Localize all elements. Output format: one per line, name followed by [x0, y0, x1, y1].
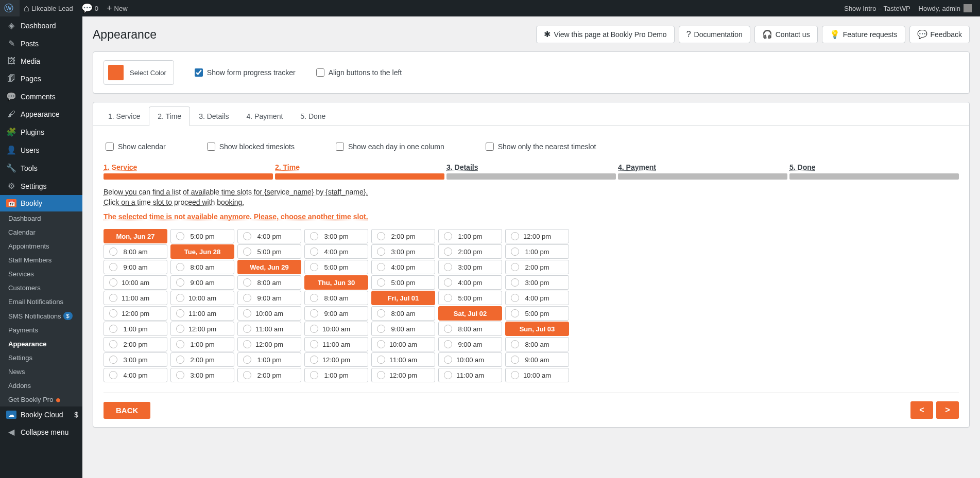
time-slot[interactable]: 2:00 pm [438, 244, 502, 259]
time-slot[interactable]: 10:00 am [505, 368, 569, 382]
time-slot[interactable]: 2:00 pm [104, 337, 167, 351]
tab--service[interactable]: 1. Service [99, 107, 149, 126]
time-slot[interactable]: 11:00 am [438, 368, 502, 382]
submenu-sms-notifications[interactable]: SMS Notifications$ [0, 309, 82, 323]
menu-item-tools[interactable]: 🔧Tools [0, 159, 82, 177]
time-slot[interactable]: 5:00 pm [505, 306, 569, 321]
site-name-link[interactable]: ⌂Likeable Lead [20, 0, 77, 16]
time-slot[interactable]: 8:00 am [505, 337, 569, 351]
time-slot[interactable]: 11:00 am [371, 352, 435, 367]
time-slot[interactable]: 11:00 am [170, 306, 234, 321]
time-slot[interactable]: 9:00 am [505, 352, 569, 367]
time-slot[interactable]: 8:00 am [104, 244, 167, 259]
time-slot[interactable]: 8:00 am [304, 291, 368, 305]
time-slot[interactable]: 4:00 pm [104, 368, 167, 382]
submenu-calendar[interactable]: Calendar [0, 225, 82, 239]
submenu-settings[interactable]: Settings [0, 351, 82, 365]
step-label[interactable]: 3. Details [446, 163, 616, 171]
new-content-link[interactable]: +New [102, 0, 132, 16]
collapse-menu[interactable]: ◀Collapse menu [0, 423, 82, 441]
submenu-email-notifications[interactable]: Email Notifications [0, 295, 82, 309]
time-slot[interactable]: 3:00 pm [505, 275, 569, 290]
time-slot[interactable]: 9:00 am [371, 322, 435, 336]
time-slot[interactable]: 11:00 am [237, 322, 301, 336]
menu-item-comments[interactable]: 💬Comments [0, 87, 82, 105]
show-intro-link[interactable]: Show Intro – TasteWP [840, 0, 914, 16]
time-slot[interactable]: 9:00 am [438, 337, 502, 351]
time-slot[interactable]: 1:00 pm [304, 368, 368, 382]
step-label[interactable]: 5. Done [789, 163, 959, 171]
time-slot[interactable]: 1:00 pm [237, 352, 301, 367]
wp-logo[interactable]: ⓦ [0, 0, 20, 16]
back-button[interactable]: BACK [104, 402, 150, 419]
time-slot[interactable]: 4:00 pm [304, 244, 368, 259]
documentation-button[interactable]: ?Documentation [679, 26, 750, 43]
time-slot[interactable]: 10:00 am [104, 275, 167, 290]
time-slot[interactable]: 12:00 pm [304, 352, 368, 367]
help-text-2[interactable]: Click on a time slot to proceed with boo… [104, 198, 959, 206]
next-button[interactable]: > [936, 401, 959, 419]
help-text-1[interactable]: Below you can find a list of available t… [104, 188, 959, 196]
submenu-customers[interactable]: Customers [0, 281, 82, 295]
contact-us-button[interactable]: 🎧Contact us [754, 26, 818, 43]
time-slot[interactable]: 3:00 pm [304, 229, 368, 243]
time-slot[interactable]: 4:00 pm [505, 291, 569, 305]
checkbox-input[interactable] [486, 143, 494, 151]
menu-item-media[interactable]: 🖾Media [0, 52, 82, 70]
warning-text[interactable]: The selected time is not available anymo… [104, 213, 959, 221]
time-slot[interactable]: 10:00 am [304, 322, 368, 336]
prev-button[interactable]: < [910, 401, 933, 419]
time-slot[interactable]: 8:00 am [438, 322, 502, 336]
submenu-services[interactable]: Services [0, 267, 82, 281]
submenu-appointments[interactable]: Appointments [0, 239, 82, 253]
time-slot[interactable]: 3:00 pm [438, 260, 502, 274]
menu-item-bookly[interactable]: 📅Bookly [0, 195, 82, 211]
time-slot[interactable]: 4:00 pm [371, 260, 435, 274]
step-label[interactable]: 4. Payment [618, 163, 787, 171]
submenu-staff-members[interactable]: Staff Members [0, 253, 82, 267]
time-slot[interactable]: 5:00 pm [371, 275, 435, 290]
menu-item-appearance[interactable]: 🖌Appearance [0, 105, 82, 123]
submenu-payments[interactable]: Payments [0, 323, 82, 337]
submenu-appearance[interactable]: Appearance [0, 337, 82, 351]
step-label[interactable]: 2. Time [275, 163, 444, 171]
time-slot[interactable]: 4:00 pm [237, 229, 301, 243]
align-left-input[interactable] [316, 68, 324, 77]
time-slot[interactable]: 5:00 pm [438, 291, 502, 305]
tab--time[interactable]: 2. Time [149, 107, 190, 126]
time-slot[interactable]: 2:00 pm [237, 368, 301, 382]
menu-item-plugins[interactable]: 🧩Plugins [0, 123, 82, 141]
comments-link[interactable]: 💬0 [77, 0, 102, 16]
time-slot[interactable]: 2:00 pm [170, 352, 234, 367]
time-slot[interactable]: 5:00 pm [237, 244, 301, 259]
time-slot[interactable]: 2:00 pm [505, 260, 569, 274]
time-slot[interactable]: 1:00 pm [170, 337, 234, 351]
time-slot[interactable]: 12:00 pm [170, 322, 234, 336]
time-slot[interactable]: 3:00 pm [104, 352, 167, 367]
time-slot[interactable]: 11:00 am [304, 337, 368, 351]
time-slot[interactable]: 11:00 am [104, 291, 167, 305]
time-slot[interactable]: 1:00 pm [438, 229, 502, 243]
step-label[interactable]: 1. Service [104, 163, 273, 171]
checkbox-input[interactable] [336, 143, 344, 151]
time-slot[interactable]: 12:00 pm [505, 229, 569, 243]
submenu-get-bookly-pro[interactable]: Get Bookly Pro● [0, 393, 82, 406]
menu-item-users[interactable]: 👤Users [0, 141, 82, 159]
submenu-addons[interactable]: Addons [0, 379, 82, 393]
show-progress-input[interactable] [195, 68, 203, 77]
align-left-checkbox[interactable]: Align buttons to the left [316, 68, 402, 77]
time-slot[interactable]: 9:00 am [237, 291, 301, 305]
menu-item-posts[interactable]: ✎Posts [0, 34, 82, 52]
opt-show-only-the-nearest-timeslot[interactable]: Show only the nearest timeslot [486, 143, 596, 151]
time-slot[interactable]: 4:00 pm [438, 275, 502, 290]
opt-show-blocked-timeslots[interactable]: Show blocked timeslots [207, 143, 295, 151]
opt-show-each-day-in-one-column[interactable]: Show each day in one column [336, 143, 444, 151]
time-slot[interactable]: 3:00 pm [371, 244, 435, 259]
time-slot[interactable]: 5:00 pm [304, 260, 368, 274]
tab--payment[interactable]: 4. Payment [238, 107, 292, 126]
feature-requests-button[interactable]: 💡Feature requests [822, 26, 905, 43]
checkbox-input[interactable] [106, 143, 114, 151]
menu-item-dashboard[interactable]: ◈Dashboard [0, 16, 82, 34]
select-color-button[interactable]: Select Color [104, 60, 174, 85]
feedback-button[interactable]: 💬Feedback [909, 26, 970, 43]
